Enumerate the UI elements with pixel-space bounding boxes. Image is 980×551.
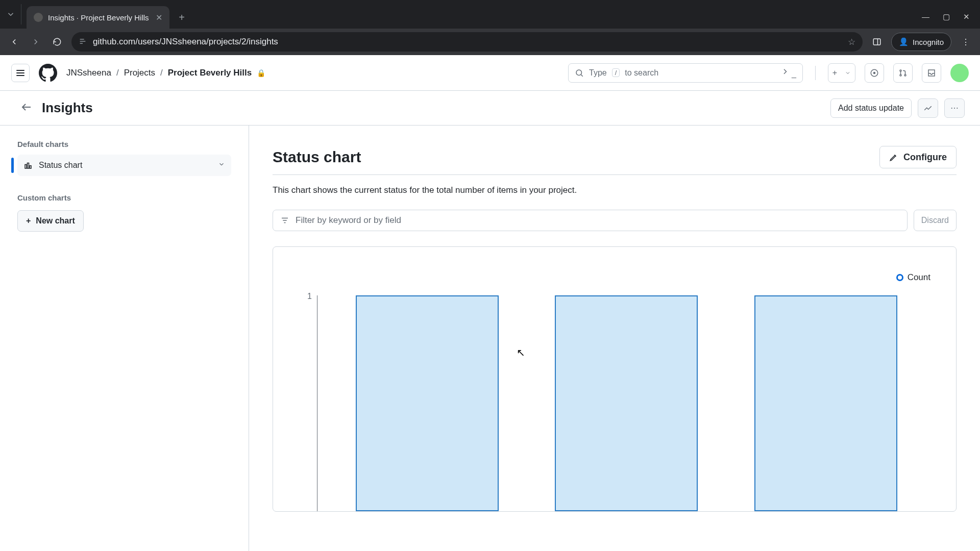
chart-bar[interactable] bbox=[555, 295, 698, 511]
browser-tab-strip: Insights · Project Beverly Hills ✕ + — ▢… bbox=[0, 0, 980, 29]
site-info-icon[interactable] bbox=[79, 37, 87, 47]
tab-title: Insights · Project Beverly Hills bbox=[48, 13, 149, 22]
bar-chart-icon bbox=[23, 161, 33, 170]
chart-bar[interactable] bbox=[754, 295, 897, 511]
plus-icon: + bbox=[832, 68, 837, 78]
add-status-update-button[interactable]: Add status update bbox=[830, 98, 912, 118]
pull-requests-button[interactable] bbox=[893, 63, 913, 83]
y-axis-tick: 1 bbox=[293, 267, 317, 511]
chrome-menu-icon[interactable]: ⋮ bbox=[959, 35, 973, 49]
chevron-down-icon bbox=[845, 70, 851, 76]
hamburger-menu-button[interactable] bbox=[11, 64, 30, 82]
sidebar-item-status-chart[interactable]: Status chart bbox=[17, 155, 231, 176]
nav-back-icon[interactable] bbox=[7, 35, 21, 49]
chart-bar[interactable] bbox=[356, 295, 499, 511]
inbox-button[interactable] bbox=[922, 63, 941, 83]
insights-graph-icon-button[interactable] bbox=[918, 98, 938, 118]
svg-point-5 bbox=[576, 70, 582, 76]
chart-description: This chart shows the current status for … bbox=[273, 185, 957, 195]
command-palette-icon[interactable]: _ bbox=[782, 67, 796, 79]
svg-point-12 bbox=[904, 74, 906, 76]
new-chart-button[interactable]: + New chart bbox=[17, 210, 84, 232]
browser-toolbar: github.com/users/JNSsheena/projects/2/in… bbox=[0, 29, 980, 55]
svg-point-9 bbox=[874, 72, 875, 73]
sidebar-custom-charts-label: Custom charts bbox=[17, 193, 231, 202]
discard-button[interactable]: Discard bbox=[914, 210, 957, 231]
svg-rect-3 bbox=[873, 39, 880, 45]
plus-icon: + bbox=[26, 216, 31, 226]
maximize-icon[interactable]: ▢ bbox=[943, 12, 950, 21]
chart-plot-area bbox=[317, 295, 936, 511]
svg-line-6 bbox=[581, 74, 582, 76]
chart-legend[interactable]: Count bbox=[896, 272, 930, 283]
favicon-icon bbox=[34, 13, 43, 22]
address-bar[interactable]: github.com/users/JNSsheena/projects/2/in… bbox=[71, 32, 863, 52]
svg-rect-15 bbox=[28, 163, 29, 169]
search-text-prefix: Type bbox=[589, 68, 607, 78]
close-window-icon[interactable]: ✕ bbox=[963, 12, 970, 21]
tab-close-icon[interactable]: ✕ bbox=[156, 13, 162, 22]
back-arrow-icon[interactable] bbox=[20, 101, 33, 115]
issues-button[interactable] bbox=[865, 63, 884, 83]
incognito-badge[interactable]: 👤 Incognito bbox=[891, 33, 951, 51]
incognito-icon: 👤 bbox=[899, 37, 909, 46]
url-text: github.com/users/JNSsheena/projects/2/in… bbox=[93, 37, 278, 47]
legend-marker-icon bbox=[896, 274, 903, 281]
breadcrumb-project-name[interactable]: Project Beverly Hills bbox=[168, 68, 252, 78]
filter-icon bbox=[280, 216, 289, 225]
insights-body: Default charts Status chart Custom chart… bbox=[0, 126, 980, 551]
svg-rect-14 bbox=[25, 165, 27, 169]
new-tab-button[interactable]: + bbox=[173, 8, 191, 27]
hamburger-icon bbox=[16, 70, 24, 76]
svg-point-11 bbox=[900, 74, 901, 76]
configure-label: Configure bbox=[903, 152, 947, 163]
create-new-dropdown[interactable]: + bbox=[828, 63, 855, 83]
search-icon bbox=[575, 68, 584, 78]
minimize-icon[interactable]: — bbox=[922, 12, 929, 21]
insights-main: Status chart Configure This chart shows … bbox=[249, 126, 980, 551]
side-panel-icon[interactable] bbox=[870, 35, 884, 49]
window-controls: — ▢ ✕ bbox=[922, 12, 980, 29]
page-content: JNSsheena / Projects / Project Beverly H… bbox=[0, 55, 980, 551]
filter-placeholder: Filter by keyword or by field bbox=[296, 215, 401, 226]
github-header: JNSsheena / Projects / Project Beverly H… bbox=[0, 55, 980, 91]
insights-sidebar: Default charts Status chart Custom chart… bbox=[0, 126, 249, 551]
github-logo-icon[interactable] bbox=[39, 64, 57, 82]
breadcrumb-sep: / bbox=[160, 68, 163, 78]
pencil-icon bbox=[889, 153, 898, 162]
browser-tab-active[interactable]: Insights · Project Beverly Hills ✕ bbox=[27, 6, 169, 29]
sidebar-default-charts-label: Default charts bbox=[17, 140, 231, 148]
breadcrumb-sep: / bbox=[116, 68, 119, 78]
tab-search-dropdown[interactable] bbox=[0, 4, 21, 24]
svg-rect-16 bbox=[30, 166, 31, 168]
chevron-down-icon[interactable] bbox=[218, 161, 225, 170]
user-avatar[interactable] bbox=[950, 64, 969, 82]
configure-button[interactable]: Configure bbox=[879, 146, 957, 168]
svg-point-10 bbox=[900, 70, 901, 71]
insights-subheader: Insights Add status update ⋯ bbox=[0, 91, 980, 126]
search-key-hint: / bbox=[612, 68, 620, 77]
new-chart-label: New chart bbox=[36, 216, 75, 226]
filter-input[interactable]: Filter by keyword or by field bbox=[273, 210, 908, 231]
header-separator bbox=[815, 66, 816, 80]
nav-forward-icon bbox=[29, 35, 43, 49]
search-text-suffix: to search bbox=[625, 68, 658, 78]
breadcrumb: JNSsheena / Projects / Project Beverly H… bbox=[66, 68, 265, 78]
lock-icon: 🔒 bbox=[257, 69, 265, 77]
more-options-button[interactable]: ⋯ bbox=[944, 98, 965, 118]
bookmark-star-icon[interactable]: ☆ bbox=[848, 37, 855, 47]
legend-label: Count bbox=[908, 272, 930, 283]
reload-icon[interactable] bbox=[50, 35, 64, 49]
chart-title: Status chart bbox=[273, 148, 361, 166]
incognito-label: Incognito bbox=[913, 38, 944, 46]
sidebar-item-label: Status chart bbox=[39, 161, 82, 170]
breadcrumb-projects[interactable]: Projects bbox=[124, 68, 155, 78]
page-title: Insights bbox=[42, 100, 93, 116]
chart-container: Count 1 bbox=[273, 246, 957, 512]
github-search-input[interactable]: Type / to search _ bbox=[568, 63, 803, 83]
breadcrumb-user[interactable]: JNSsheena bbox=[66, 68, 111, 78]
